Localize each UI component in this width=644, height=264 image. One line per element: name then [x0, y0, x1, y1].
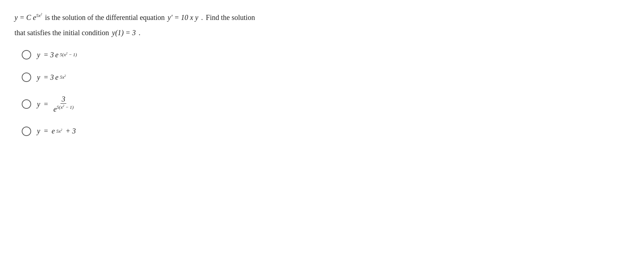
initial-condition: y(1) = 3 — [112, 26, 136, 39]
problem-statement: y = C e5x2 is the solution of the differ… — [14, 11, 630, 39]
ode: y′ = 10 x y — [168, 11, 198, 24]
radio-d[interactable] — [22, 127, 31, 136]
option-d[interactable]: y = e5x2 + 3 — [22, 127, 630, 136]
radio-c[interactable] — [22, 99, 31, 109]
problem-line1: y = C e5x2 is the solution of the differ… — [14, 11, 630, 24]
radio-b[interactable] — [22, 73, 31, 82]
problem-line2: that satisfies the initial condition y(1… — [14, 26, 630, 39]
option-b[interactable]: y = 3e5x2 — [22, 73, 630, 82]
description-part3: that satisfies the initial condition — [14, 26, 109, 39]
radio-a[interactable] — [22, 50, 31, 59]
option-c-fraction: 3 e5(x2 − 1) — [52, 95, 75, 114]
description-part1: is the solution of the differential equa… — [45, 11, 165, 24]
description-period: . — [201, 11, 203, 24]
description-period2: . — [139, 26, 141, 39]
option-c-label: y = 3 e5(x2 − 1) — [37, 95, 75, 114]
fraction-denominator: e5(x2 − 1) — [52, 104, 75, 114]
option-c[interactable]: y = 3 e5(x2 − 1) — [22, 95, 630, 114]
answer-options: y = 3e5(x2 − 1) y = 3e5x2 y = 3 e5(x2 − … — [22, 50, 630, 136]
option-a[interactable]: y = 3e5(x2 − 1) — [22, 50, 630, 59]
option-a-label: y = 3e5(x2 − 1) — [37, 51, 77, 59]
fraction-numerator: 3 — [60, 95, 66, 104]
option-b-label: y = 3e5x2 — [37, 73, 66, 82]
find-solution-text: Find the solution — [206, 11, 255, 24]
general-solution: y = C e5x2 — [14, 11, 42, 24]
option-d-label: y = e5x2 + 3 — [37, 127, 76, 135]
